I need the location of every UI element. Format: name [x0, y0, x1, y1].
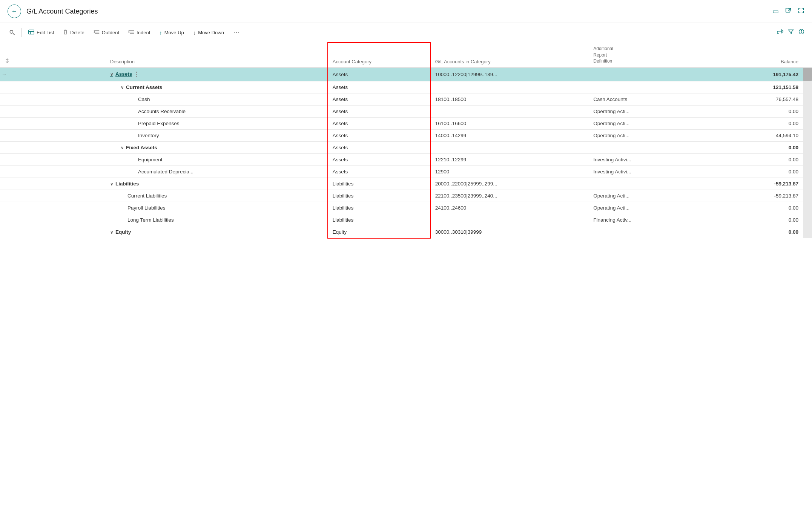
row-options-dots[interactable]: ⋮: [134, 71, 140, 78]
gl-accounts-header: G/L Accounts in Category: [430, 43, 589, 67]
chevron-icon: ∨: [110, 72, 113, 77]
row-additional-report: Cash Accounts: [589, 93, 700, 105]
description-text: Assets: [115, 71, 132, 77]
row-additional-report: Operating Acti...: [589, 202, 700, 214]
table-row[interactable]: ∨Current AssetsAssets121,151.58: [0, 81, 812, 93]
row-arrow-cell: [0, 178, 106, 190]
row-account-category: Equity: [328, 226, 430, 238]
filter-icon[interactable]: [788, 29, 794, 36]
move-down-button[interactable]: ↓ Move Down: [189, 27, 228, 38]
bookmark-icon[interactable]: ▭: [772, 7, 779, 16]
table-row[interactable]: ∨EquityEquity30000..30310|399990.00: [0, 226, 812, 238]
scrollbar-cell: [803, 165, 812, 178]
table-row[interactable]: ∨Fixed AssetsAssets0.00: [0, 141, 812, 153]
move-up-label: Move Up: [164, 30, 184, 35]
share-icon[interactable]: [777, 29, 783, 37]
scrollbar-cell: [803, 226, 812, 238]
row-additional-report: [589, 226, 700, 238]
scrollbar-cell: [803, 81, 812, 93]
row-description: ∨Current Assets: [106, 81, 328, 93]
description-text: Cash: [138, 96, 150, 102]
description-text: Payroll Liabilities: [127, 205, 166, 211]
row-arrow-cell: [0, 93, 106, 105]
row-arrow-cell: [0, 165, 106, 178]
row-arrow-cell: [0, 214, 106, 226]
chevron-icon: ∨: [121, 85, 124, 90]
gl-account-table: Description Account Category G/L Account…: [0, 42, 812, 239]
edit-list-button[interactable]: Edit List: [25, 27, 58, 38]
move-up-button[interactable]: ↑ Move Up: [155, 27, 188, 38]
table-row[interactable]: InventoryAssets14000..14299Operating Act…: [0, 129, 812, 141]
row-additional-report: Operating Acti...: [589, 129, 700, 141]
row-account-category: Assets: [328, 81, 430, 93]
edit-list-label: Edit List: [37, 30, 54, 35]
row-account-category: Assets: [328, 153, 430, 165]
table-container: Description Account Category G/L Account…: [0, 42, 812, 513]
row-arrow-cell: [0, 202, 106, 214]
table-row[interactable]: ∨LiabilitiesLiabilities20000..22000|2599…: [0, 178, 812, 190]
row-account-category: Assets: [328, 141, 430, 153]
chevron-icon: ∨: [110, 230, 113, 234]
scrollbar-cell: [803, 129, 812, 141]
scrollbar-cell: [803, 178, 812, 190]
row-balance: 0.00: [700, 226, 803, 238]
row-gl-accounts: [430, 81, 589, 93]
indent-icon: [128, 29, 134, 36]
main-window: ← G/L Account Categories ▭: [0, 0, 812, 513]
description-text: Fixed Assets: [126, 145, 157, 150]
table-row[interactable]: →∨Assets⋮Assets10000..12200|12999..139..…: [0, 67, 812, 81]
row-account-category: Liabilities: [328, 178, 430, 190]
outdent-button[interactable]: Outdent: [90, 27, 123, 38]
scrollbar-cell: [803, 67, 812, 81]
scrollbar-cell: [803, 141, 812, 153]
row-gl-accounts: [430, 105, 589, 117]
row-arrow-cell: [0, 190, 106, 202]
table-row[interactable]: Long Term LiabilitiesLiabilitiesFinancin…: [0, 214, 812, 226]
table-row[interactable]: EquipmentAssets12210..12299Investing Act…: [0, 153, 812, 165]
svg-point-1: [10, 30, 13, 33]
row-gl-accounts: 10000..12200|12999..139...: [430, 67, 589, 81]
table-row[interactable]: Accumulated Deprecia...Assets12900Invest…: [0, 165, 812, 178]
delete-icon: [63, 29, 68, 36]
table-row[interactable]: Payroll LiabilitiesLiabilities24100..246…: [0, 202, 812, 214]
table-header-row: Description Account Category G/L Account…: [0, 43, 812, 67]
table-row[interactable]: Accounts ReceivableAssetsOperating Acti.…: [0, 105, 812, 117]
info-icon[interactable]: [798, 29, 804, 36]
row-gl-accounts: [430, 141, 589, 153]
row-description: ∨Equity: [106, 226, 328, 238]
external-link-icon[interactable]: [785, 7, 792, 16]
more-dots: ⋯: [233, 28, 241, 37]
back-button[interactable]: ←: [8, 5, 21, 18]
table-row[interactable]: Prepaid ExpensesAssets16100..16600Operat…: [0, 117, 812, 129]
row-account-category: Assets: [328, 67, 430, 81]
description-text: Inventory: [138, 133, 159, 138]
outdent-label: Outdent: [102, 30, 119, 35]
row-additional-report: [589, 178, 700, 190]
more-button[interactable]: ⋯: [229, 26, 244, 39]
indent-button[interactable]: Indent: [124, 27, 154, 38]
toolbar-right-actions: [777, 29, 804, 37]
account-category-header: Account Category: [328, 43, 430, 67]
row-gl-accounts: 12210..12299: [430, 153, 589, 165]
row-account-category: Assets: [328, 117, 430, 129]
row-description: Payroll Liabilities: [106, 202, 328, 214]
row-gl-accounts: 14000..14299: [430, 129, 589, 141]
delete-button[interactable]: Delete: [59, 27, 88, 38]
row-balance: 0.00: [700, 153, 803, 165]
row-description: Cash: [106, 93, 328, 105]
svg-line-2: [13, 33, 14, 35]
row-arrow-cell: [0, 81, 106, 93]
description-text: Long Term Liabilities: [127, 217, 174, 223]
table-body: →∨Assets⋮Assets10000..12200|12999..139..…: [0, 67, 812, 238]
table-row[interactable]: CashAssets18100..18500Cash Accounts76,55…: [0, 93, 812, 105]
expand-icon[interactable]: [798, 7, 804, 16]
back-icon: ←: [11, 8, 17, 15]
search-button[interactable]: [8, 28, 17, 37]
row-account-category: Liabilities: [328, 202, 430, 214]
row-arrow-cell: [0, 105, 106, 117]
table-row[interactable]: Current LiabilitiesLiabilities22100..235…: [0, 190, 812, 202]
row-additional-report: Financing Activ...: [589, 214, 700, 226]
row-additional-report: [589, 141, 700, 153]
scrollbar-cell: [803, 93, 812, 105]
row-description: ∨Liabilities: [106, 178, 328, 190]
